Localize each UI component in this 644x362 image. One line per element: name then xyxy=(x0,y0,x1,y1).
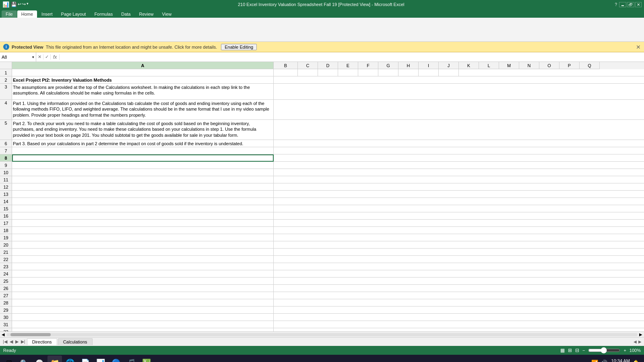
horizontal-scrollbar[interactable]: ◀ ▶ xyxy=(0,331,644,337)
zoom-minus-icon[interactable]: − xyxy=(582,348,585,353)
scroll-sheet-right-icon[interactable]: ▶ xyxy=(638,339,642,344)
col-header-h[interactable]: H xyxy=(398,62,419,69)
sheet-nav-prev-icon[interactable]: ◀ xyxy=(8,339,14,344)
scrollbar-thumb[interactable] xyxy=(10,333,51,336)
zoom-slider[interactable] xyxy=(588,347,620,354)
col-header-d[interactable]: D xyxy=(318,62,338,69)
tab-data[interactable]: Data xyxy=(117,10,134,18)
cell-g1[interactable] xyxy=(378,69,398,76)
cell-i1[interactable] xyxy=(419,69,439,76)
cell-a12[interactable] xyxy=(12,183,274,191)
cell-a32[interactable] xyxy=(12,328,274,331)
col-header-m[interactable]: M xyxy=(499,62,519,69)
cell-a25[interactable] xyxy=(12,278,274,285)
sheet-nav-last-icon[interactable]: ▶| xyxy=(20,339,27,344)
scroll-left-icon[interactable]: ◀ xyxy=(2,332,5,337)
cell-a31[interactable] xyxy=(12,321,274,328)
sheet-nav-next-icon[interactable]: ▶ xyxy=(14,339,20,344)
tab-review[interactable]: Review xyxy=(135,10,157,18)
cell-a11[interactable] xyxy=(12,176,274,183)
zoom-plus-icon[interactable]: + xyxy=(623,348,626,353)
cell-a6[interactable]: Part 3. Based on your calculations in pa… xyxy=(12,140,274,147)
cell-h1[interactable] xyxy=(398,69,419,76)
cell-e1[interactable] xyxy=(338,69,358,76)
col-header-e[interactable]: E xyxy=(338,62,358,69)
enable-editing-button[interactable]: Enable Editing xyxy=(221,44,257,50)
tab-home[interactable]: Home xyxy=(17,10,37,18)
taskbar-file-explorer[interactable]: 📁 xyxy=(47,356,62,362)
close-icon[interactable]: ✕ xyxy=(635,2,642,7)
col-header-g[interactable]: G xyxy=(378,62,398,69)
col-header-l[interactable]: L xyxy=(479,62,499,69)
cell-a1[interactable] xyxy=(12,69,274,76)
page-layout-icon[interactable]: ⊞ xyxy=(568,348,572,353)
help-icon[interactable]: ? xyxy=(613,2,618,7)
taskbar-app5[interactable]: 🔵 xyxy=(109,356,123,362)
grid-body[interactable]: 1 2 Excel Project Pt2: Inventory Valuati… xyxy=(0,69,644,331)
cell-a28[interactable] xyxy=(12,299,274,306)
scroll-sheet-left-icon[interactable]: ◀ xyxy=(633,339,638,344)
start-button[interactable]: ⊞ xyxy=(2,356,16,362)
taskbar-chrome[interactable]: 🌐 xyxy=(63,356,77,362)
normal-view-icon[interactable]: ▦ xyxy=(560,348,565,353)
formula-input[interactable] xyxy=(60,55,644,60)
cell-b1[interactable] xyxy=(274,69,298,76)
cell-d1[interactable] xyxy=(318,69,338,76)
taskbar-clock[interactable]: 10:34 AM 10/29/2019 xyxy=(610,358,630,362)
cell-a17[interactable] xyxy=(12,220,274,227)
undo-icon[interactable]: ↩ xyxy=(18,2,21,7)
taskbar-cortana[interactable]: ⚪ xyxy=(32,356,47,362)
formula-bar-checkmark-icon[interactable]: ✓ xyxy=(43,54,51,60)
name-box-dropdown-icon[interactable]: ▾ xyxy=(32,55,34,59)
cell-a4[interactable]: Part 1. Using the information provided o… xyxy=(12,100,274,120)
tab-formulas[interactable]: Formulas xyxy=(90,10,117,18)
taskbar-app4[interactable]: 📊 xyxy=(93,356,108,362)
sheet-tab-directions[interactable]: Directions xyxy=(27,338,57,345)
cell-a5[interactable]: Part 2. To check your work you need to m… xyxy=(12,120,274,140)
cell-a19[interactable] xyxy=(12,234,274,241)
cell-a23[interactable] xyxy=(12,263,274,270)
tab-file[interactable]: File xyxy=(2,10,17,18)
page-break-icon[interactable]: ⊟ xyxy=(575,348,579,353)
col-header-k[interactable]: K xyxy=(459,62,479,69)
cell-c1[interactable] xyxy=(298,69,318,76)
col-header-f[interactable]: F xyxy=(358,62,378,69)
cell-a29[interactable] xyxy=(12,306,274,314)
cell-a2[interactable]: Excel Project Pt2: Inventory Valuation M… xyxy=(12,76,274,84)
minimize-icon[interactable]: 🗕 xyxy=(619,2,626,7)
col-header-i[interactable]: I xyxy=(419,62,439,69)
col-header-a[interactable]: A xyxy=(12,62,274,69)
save-icon[interactable]: 💾 xyxy=(11,2,17,7)
cell-a7[interactable] xyxy=(12,147,274,154)
tab-page-layout[interactable]: Page Layout xyxy=(57,10,90,18)
cell-a16[interactable] xyxy=(12,212,274,220)
sheet-nav-first-icon[interactable]: |◀ xyxy=(2,339,8,344)
redo-icon[interactable]: ↪ xyxy=(22,2,26,7)
formula-bar-expand-icon[interactable]: ✕ xyxy=(36,54,43,60)
col-header-o[interactable]: O xyxy=(539,62,559,69)
scrollbar-track[interactable] xyxy=(6,333,638,336)
col-header-c[interactable]: C xyxy=(298,62,318,69)
cell-a10[interactable] xyxy=(12,169,274,176)
cell-a22[interactable] xyxy=(12,256,274,263)
protected-bar-close-icon[interactable]: ✕ xyxy=(636,44,641,50)
taskbar-sound-icon[interactable]: 🔊 xyxy=(601,360,607,362)
cell-a8-selected[interactable] xyxy=(12,154,274,162)
cell-a13[interactable] xyxy=(12,191,274,198)
col-header-n[interactable]: N xyxy=(519,62,539,69)
col-header-p[interactable]: P xyxy=(559,62,580,69)
cell-a15[interactable] xyxy=(12,205,274,212)
col-header-q[interactable]: Q xyxy=(580,62,600,69)
cell-a14[interactable] xyxy=(12,198,274,205)
cell-a27[interactable] xyxy=(12,292,274,299)
taskbar-network-icon[interactable]: 📶 xyxy=(591,360,598,362)
cell-a3[interactable]: The assumptions are provided at the top … xyxy=(12,84,274,100)
col-header-j[interactable]: J xyxy=(439,62,459,69)
maximize-icon[interactable]: 🗗 xyxy=(627,2,634,7)
scroll-right-icon[interactable]: ▶ xyxy=(639,332,642,337)
taskbar-app7[interactable]: 💹 xyxy=(139,356,154,362)
cell-a24[interactable] xyxy=(12,270,274,278)
name-box[interactable]: A8 ▾ xyxy=(0,52,36,62)
tab-insert[interactable]: Insert xyxy=(37,10,57,18)
taskbar-search[interactable]: 🔍 xyxy=(17,356,31,362)
